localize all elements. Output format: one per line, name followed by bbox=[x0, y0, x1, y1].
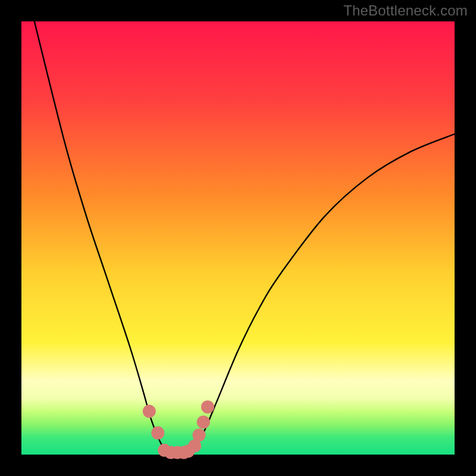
watermark-text: TheBottleneck.com bbox=[343, 2, 468, 19]
chart-container: TheBottleneck.com bbox=[0, 0, 476, 476]
highlight-dot bbox=[197, 415, 210, 428]
highlight-dot bbox=[143, 405, 156, 418]
highlight-dot bbox=[151, 427, 164, 440]
highlight-dot bbox=[193, 428, 206, 441]
plot-background bbox=[21, 21, 455, 455]
highlight-dot bbox=[201, 400, 214, 414]
bottleneck-chart-svg bbox=[0, 0, 476, 476]
